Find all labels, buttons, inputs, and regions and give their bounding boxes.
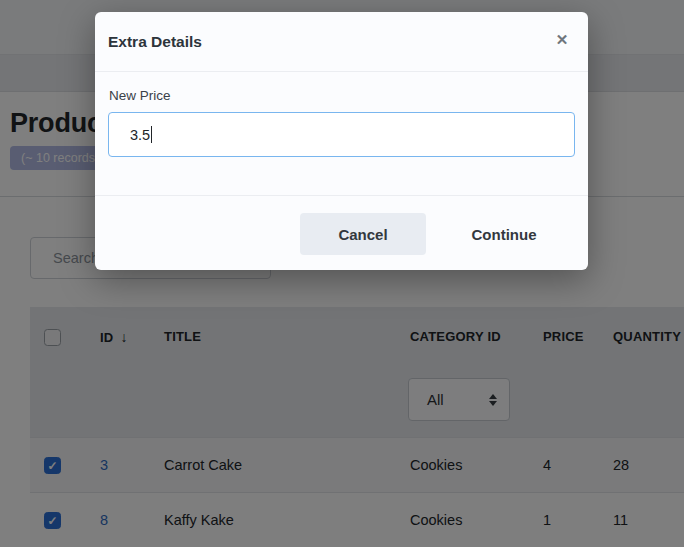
new-price-input[interactable]: 3.5 <box>108 112 575 157</box>
new-price-value: 3.5 <box>130 127 150 143</box>
new-price-label: New Price <box>109 88 575 103</box>
modal-body: New Price 3.5 <box>95 72 588 195</box>
cancel-button[interactable]: Cancel <box>300 213 426 255</box>
close-icon[interactable]: ✕ <box>550 28 574 52</box>
modal-title: Extra Details <box>108 33 202 51</box>
extra-details-modal: Extra Details ✕ New Price 3.5 Cancel Con… <box>95 12 588 270</box>
continue-button[interactable]: Continue <box>448 213 560 255</box>
modal-footer: Cancel Continue <box>95 195 588 270</box>
modal-header: Extra Details ✕ <box>95 12 588 72</box>
text-caret <box>151 126 152 143</box>
